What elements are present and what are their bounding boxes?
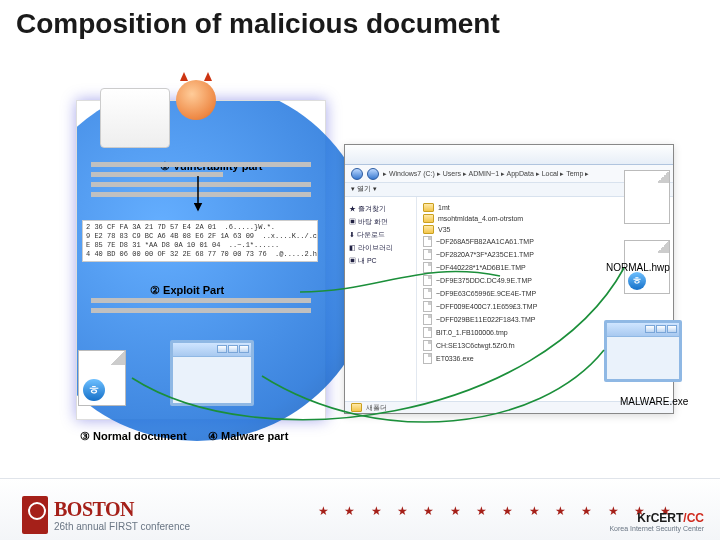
folder-icon [423, 214, 434, 223]
file-name: ~DFF029BE11E022F1843.TMP [436, 316, 535, 323]
doc-line [91, 298, 311, 303]
krcert-logo: KrCERT/CC Korea Internet Security Center [609, 511, 704, 532]
file-name: CH:SE13C6ctwgt.5Zr0.fn [436, 342, 515, 349]
label-normal-document: ③ Normal document [80, 430, 187, 443]
folder-name: V35 [438, 226, 450, 233]
label-malware-part: ④ Malware part [208, 430, 288, 443]
footer-text: 새폴더 [366, 403, 387, 413]
krcert-cc: /CC [683, 511, 704, 525]
boston-brand: BOSTON [54, 498, 190, 521]
sidebar-item: ▣ 내 PC [349, 256, 412, 266]
file-name: ~DF9E375DDC.DC49.9E.TMP [436, 277, 532, 284]
logo-block: BOSTON 26th annual FIRST conference [22, 496, 190, 534]
diagram-canvas: 2 36 CF FA 3A 21 7D 57 E4 2A 01 .6.....}… [0, 60, 720, 480]
file-icon [423, 327, 432, 338]
nav-fwd-icon [367, 168, 379, 180]
doc-line [91, 162, 311, 167]
file-icon [423, 340, 432, 351]
callout-malware-exe: MALWARE.exe [620, 396, 688, 407]
file-name: ~DF2820A7*3F*A235CE1.TMP [436, 251, 534, 258]
conference-text: 26th annual FIRST conference [54, 521, 190, 532]
file-icon [423, 249, 432, 260]
footer-banner: BOSTON 26th annual FIRST conference ★ ★ … [0, 478, 720, 540]
explorer-sidebar: ★ 즐겨찾기▣ 바탕 화면⬇ 다운로드◧ 라이브러리▣ 내 PC [345, 197, 417, 401]
file-name: ET0336.exe [436, 355, 474, 362]
folder-name: msohtmldata_4.om-otrstom [438, 215, 523, 222]
file-icon [423, 353, 432, 364]
folder-icon [423, 225, 434, 234]
sidebar-item: ▣ 바탕 화면 [349, 217, 412, 227]
sidebar-item: ★ 즐겨찾기 [349, 204, 412, 214]
doc-line [91, 172, 223, 177]
hwp-badge-icon: ㅎ [83, 379, 105, 401]
krcert-sub: Korea Internet Security Center [609, 525, 704, 532]
file-name: ~DF440228*1*AD6B1E.TMP [436, 264, 526, 271]
window-icon [170, 340, 254, 406]
file-icon [423, 314, 432, 325]
sidebar-item: ⬇ 다운로드 [349, 230, 412, 240]
first-logo-icon [22, 496, 48, 534]
folder-name: 1mt [438, 204, 450, 211]
doc-line [91, 308, 311, 313]
file-icon [423, 288, 432, 299]
file-icon [423, 275, 432, 286]
krcert-main: KrCERT [637, 511, 683, 525]
window-icon [604, 320, 682, 382]
file-name: BIT.0_1.FB100006.tmp [436, 329, 508, 336]
hwp-file-icon: ㅎ [78, 350, 126, 406]
explorer-titlebar [345, 145, 673, 165]
file-name: ~DFF009E400C7.1E659£3.TMP [436, 303, 537, 310]
sidebar-item: ◧ 라이브러리 [349, 243, 412, 253]
file-icon [423, 236, 432, 247]
address-text: ▸ Windows7 (C:) ▸ Users ▸ ADMIN~1 ▸ AppD… [383, 170, 589, 178]
hwp-badge-icon: ㅎ [628, 272, 646, 290]
doc-line [91, 182, 311, 187]
folder-row: V35 [423, 225, 667, 234]
file-name: ~DF9E63C65996E.9CE4E-TMP [436, 290, 536, 297]
file-icon [423, 301, 432, 312]
nav-back-icon [351, 168, 363, 180]
file-row: ~DFF009E400C7.1E659£3.TMP [423, 301, 667, 312]
folder-icon [351, 403, 362, 412]
page-title: Composition of malicious document [16, 8, 500, 40]
callout-normal-hwp: NORMAL.hwp [606, 262, 670, 273]
file-icon [423, 262, 432, 273]
doc-icon [624, 170, 670, 224]
file-name: ~DF268A5FB82AA1CA61.TMP [436, 238, 534, 245]
folder-icon [423, 203, 434, 212]
doc-line [91, 192, 311, 197]
